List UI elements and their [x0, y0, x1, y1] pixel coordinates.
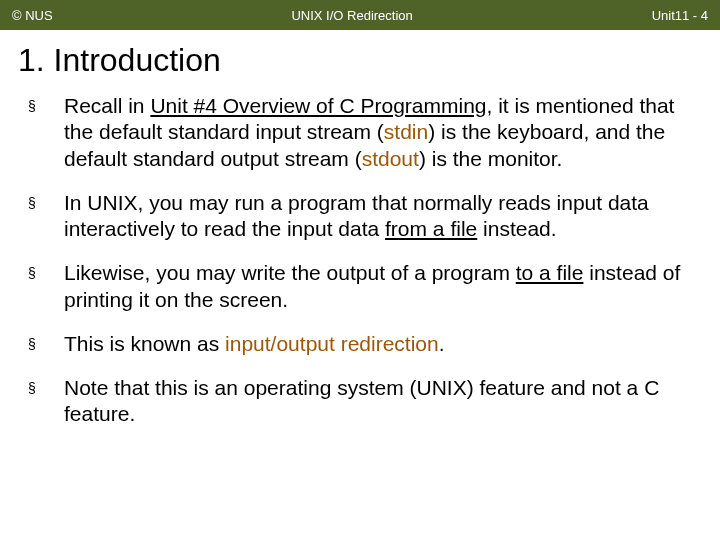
emphasis-to-file: to a file	[516, 261, 584, 284]
slide-title: 1. Introduction	[18, 42, 720, 79]
bullet-marker-icon: §	[28, 190, 64, 213]
text-run: ) is the monitor.	[419, 147, 563, 170]
text-run: Note that this is an operating system (U…	[64, 376, 659, 425]
unit-link: Unit #4 Overview of C Programming	[150, 94, 486, 117]
keyword-stdout: stdout	[362, 147, 419, 170]
slide-header: © NUS UNIX I/O Redirection Unit11 - 4	[0, 0, 720, 30]
bullet-text: This is known as input/output redirectio…	[64, 331, 692, 357]
bullet-marker-icon: §	[28, 93, 64, 116]
text-run: .	[439, 332, 445, 355]
bullet-item: § In UNIX, you may run a program that no…	[28, 190, 692, 243]
slide-body: § Recall in Unit #4 Overview of C Progra…	[0, 93, 720, 428]
bullet-text: Note that this is an operating system (U…	[64, 375, 692, 428]
bullet-text: Likewise, you may write the output of a …	[64, 260, 692, 313]
bullet-marker-icon: §	[28, 375, 64, 398]
keyword-io-redirection: input/output redirection	[225, 332, 439, 355]
bullet-marker-icon: §	[28, 260, 64, 283]
text-run: Recall in	[64, 94, 150, 117]
text-run: Likewise, you may write the output of a …	[64, 261, 516, 284]
text-run: instead.	[477, 217, 556, 240]
bullet-item: § Likewise, you may write the output of …	[28, 260, 692, 313]
bullet-item: § Note that this is an operating system …	[28, 375, 692, 428]
bullet-item: § This is known as input/output redirect…	[28, 331, 692, 357]
page-reference: Unit11 - 4	[652, 8, 708, 23]
header-title: UNIX I/O Redirection	[53, 8, 652, 23]
copyright-text: © NUS	[12, 8, 53, 23]
keyword-stdin: stdin	[384, 120, 428, 143]
bullet-text: In UNIX, you may run a program that norm…	[64, 190, 692, 243]
bullet-text: Recall in Unit #4 Overview of C Programm…	[64, 93, 692, 172]
text-run: This is known as	[64, 332, 225, 355]
bullet-marker-icon: §	[28, 331, 64, 354]
text-run: In UNIX, you may run a program that norm…	[64, 191, 649, 240]
bullet-item: § Recall in Unit #4 Overview of C Progra…	[28, 93, 692, 172]
emphasis-from-file: from a file	[385, 217, 477, 240]
